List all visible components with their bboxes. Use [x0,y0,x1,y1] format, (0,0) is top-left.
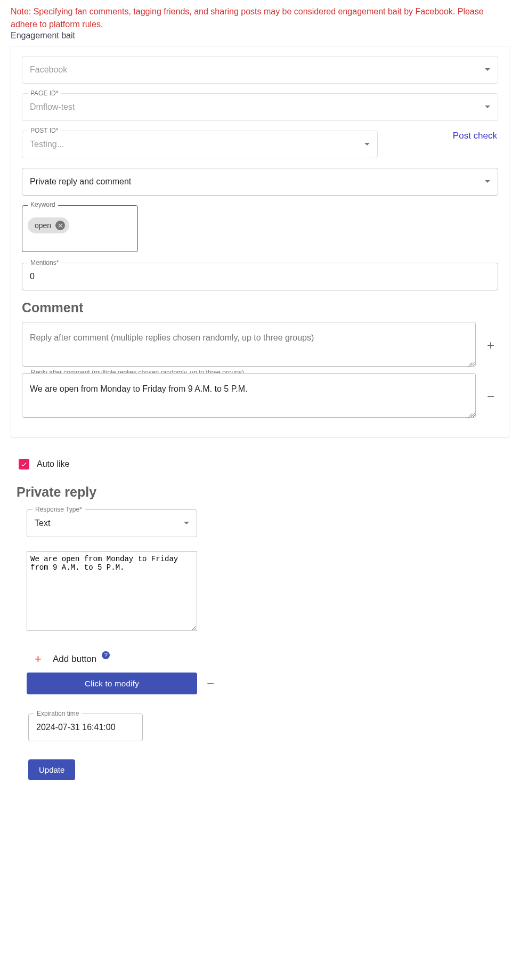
expiration-label: Expiration time [34,710,82,717]
page-id-value: Dmflow-test [30,102,75,111]
update-button[interactable]: Update [28,759,75,780]
response-type-label: Response Type* [32,506,85,513]
engagement-bait-note: Note: Specifying fan comments, tagging f… [11,0,509,46]
auto-like-row: Auto like [0,447,520,481]
click-to-modify-button[interactable]: Click to modify [27,673,197,694]
chip-remove-icon[interactable]: ✕ [55,221,65,230]
engagement-bait-link[interactable]: Engagement bait [11,31,75,40]
add-button-plus-icon[interactable]: + [35,652,47,666]
keyword-chip-label: open [35,221,51,230]
comment-reply-input-new[interactable] [22,322,476,367]
expiration-value: 2024-07-31 16:41:00 [36,723,116,732]
mentions-field[interactable]: Mentions* 0 [22,263,498,290]
keyword-field[interactable]: Keyword open ✕ [22,205,138,252]
note-text: Note: Specifying fan comments, tagging f… [11,5,509,31]
post-id-label: POST ID* [28,127,61,134]
private-reply-text-input[interactable] [27,551,197,631]
reply-mode-value: Private reply and comment [30,177,131,186]
reply-mode-select[interactable]: Private reply and comment [22,168,498,196]
config-card: Facebook PAGE ID* Dmflow-test POST ID* T… [11,46,509,438]
private-reply-title: Private reply [13,481,509,506]
keyword-label: Keyword [28,201,58,208]
post-check-link[interactable]: Post check [453,131,498,141]
private-reply-card: Private reply Response Type* Text + Add … [13,481,509,780]
post-id-select[interactable]: POST ID* Testing... [22,131,378,158]
add-button-label[interactable]: Add button [53,654,96,665]
page-id-label: PAGE ID* [28,90,61,97]
expiration-time-field[interactable]: Expiration time 2024-07-31 16:41:00 [28,714,143,741]
auto-like-label: Auto like [37,459,69,469]
post-id-value: Testing... [30,140,64,149]
comment-reply-input-1[interactable] [22,373,476,418]
response-type-select[interactable]: Response Type* Text [27,509,197,537]
platform-value: Facebook [30,65,67,74]
mentions-label: Mentions* [28,259,61,266]
resize-handle-icon[interactable] [467,360,473,366]
remove-private-reply-button[interactable]: − [207,676,214,691]
remove-comment-reply-button[interactable]: − [483,389,498,404]
comment-section-title: Comment [11,290,509,322]
auto-like-checkbox[interactable] [19,459,29,469]
check-icon [20,460,28,468]
resize-handle-icon[interactable] [467,411,473,417]
add-comment-reply-button[interactable]: + [483,338,498,353]
info-icon[interactable]: ? [102,651,110,659]
page-id-select[interactable]: PAGE ID* Dmflow-test [22,93,498,121]
keyword-chip: open ✕ [28,217,69,233]
mentions-value: 0 [30,272,35,281]
response-type-value: Text [35,519,50,528]
platform-select[interactable]: Facebook [22,56,498,84]
